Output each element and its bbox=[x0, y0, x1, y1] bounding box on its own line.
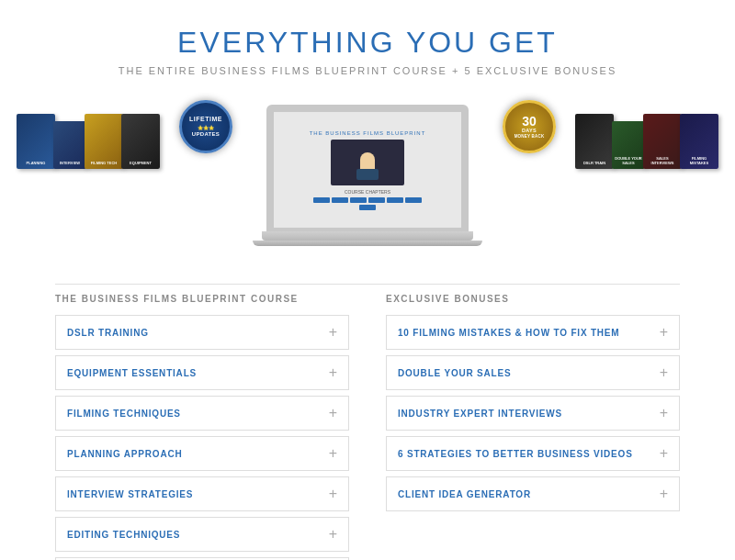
screen-video bbox=[331, 140, 404, 185]
book-cover-equipment: EQUIPMENT bbox=[121, 114, 160, 169]
laptop-screen: THE BUSINESS FILMS BLUEPRINT COURSE CHAP… bbox=[266, 105, 469, 231]
accordion-item-filming[interactable]: FILMING TECHNIQUES + bbox=[55, 396, 349, 431]
book-cover-interview: INTERVIEW bbox=[53, 121, 86, 169]
accordion-label-expert-interviews: INDUSTRY EXPERT INTERVIEWS bbox=[398, 409, 562, 419]
accordion-item-equipment[interactable]: EQUIPMENT ESSENTIALS + bbox=[55, 355, 349, 390]
page-wrapper: EVERYTHING YOU GET THE ENTIRE BUSINESS F… bbox=[0, 0, 735, 560]
accordion-label-strategies: 6 STRATEGIES TO BETTER BUSINESS VIDEOS bbox=[398, 449, 633, 459]
accordion-item-mistakes[interactable]: 10 FILMING MISTAKES & HOW TO FIX THEM + bbox=[386, 315, 680, 350]
lifetime-badge: LIFETIME ⭐⭐⭐ UPDATES bbox=[179, 100, 232, 153]
laptop-base bbox=[262, 231, 473, 241]
guarantee-badge: 30 DAYS MONEY BACK bbox=[503, 100, 556, 153]
right-column-title: EXCLUSIVE BONUSES bbox=[386, 294, 680, 304]
accordion-item-strategies[interactable]: 6 STRATEGIES TO BETTER BUSINESS VIDEOS + bbox=[386, 436, 680, 471]
left-column: THE BUSINESS FILMS BLUEPRINT COURSE DSLR… bbox=[55, 294, 368, 560]
laptop-mockup: THE BUSINESS FILMS BLUEPRINT COURSE CHAP… bbox=[248, 105, 487, 261]
accordion-expand-icon-strategies: + bbox=[660, 446, 668, 461]
accordion-expand-icon-expert-interviews: + bbox=[660, 406, 668, 420]
accordion-item-interview[interactable]: INTERVIEW STRATEGIES + bbox=[55, 476, 349, 511]
accordion-label-planning: PLANNING APPROACH bbox=[67, 449, 182, 459]
book-cover-filming: FILMING TECH bbox=[85, 114, 123, 169]
accordion-label-equipment: EQUIPMENT ESSENTIALS bbox=[67, 368, 197, 378]
left-column-title: THE BUSINESS FILMS BLUEPRINT COURSE bbox=[55, 294, 349, 304]
accordion-item-client-generator[interactable]: CLIENT IDEA GENERATOR + bbox=[386, 476, 680, 511]
accordion-item-expert-interviews[interactable]: INDUSTRY EXPERT INTERVIEWS + bbox=[386, 396, 680, 431]
book-cover-dslr: DSLR TRAIN bbox=[575, 114, 614, 169]
page-title: EVERYTHING YOU GET bbox=[18, 26, 717, 60]
accordion-label-double-sales: DOUBLE YOUR SALES bbox=[398, 368, 511, 378]
accordion-label-filming: FILMING TECHNIQUES bbox=[67, 409, 181, 419]
accordion-item-double-sales[interactable]: DOUBLE YOUR SALES + bbox=[386, 355, 680, 390]
accordion-label-interview: INTERVIEW STRATEGIES bbox=[67, 489, 193, 499]
accordion-expand-icon-interview: + bbox=[329, 487, 337, 501]
accordion-item-dslr[interactable]: DSLR TRAINING + bbox=[55, 315, 349, 350]
accordion-label-dslr: DSLR TRAINING bbox=[67, 328, 149, 338]
laptop-bottom bbox=[253, 241, 482, 246]
book-cover-interviews: SALES INTERVIEWS bbox=[643, 114, 682, 169]
header-section: EVERYTHING YOU GET THE ENTIRE BUSINESS F… bbox=[0, 0, 735, 91]
accordion-item-editing[interactable]: EDITING TECHNIQUES + bbox=[55, 517, 349, 552]
accordion-expand-icon-mistakes: + bbox=[660, 325, 668, 340]
accordion-label-editing: EDITING TECHNIQUES bbox=[67, 530, 180, 540]
accordion-expand-icon-editing: + bbox=[329, 527, 337, 542]
accordion-expand-icon-planning: + bbox=[329, 446, 337, 461]
section-divider bbox=[55, 284, 680, 285]
accordion-expand-icon-client-generator: + bbox=[660, 487, 668, 501]
accordion-item-planning[interactable]: PLANNING APPROACH + bbox=[55, 436, 349, 471]
accordion-expand-icon-dslr: + bbox=[329, 325, 337, 340]
book-cover-planning: PLANNING bbox=[17, 114, 55, 169]
accordion-label-client-generator: CLIENT IDEA GENERATOR bbox=[398, 489, 531, 499]
accordion-expand-icon-filming: + bbox=[329, 406, 337, 420]
book-cover-sales: DOUBLE YOUR SALES bbox=[612, 121, 645, 169]
accordion-expand-icon-equipment: + bbox=[329, 365, 337, 380]
book-cover-mistakes: FILMING MISTAKES bbox=[680, 114, 718, 169]
right-column: EXCLUSIVE BONUSES 10 FILMING MISTAKES & … bbox=[368, 294, 680, 560]
page-subtitle: THE ENTIRE BUSINESS FILMS BLUEPRINT COUR… bbox=[18, 65, 717, 76]
accordion-label-mistakes: 10 FILMING MISTAKES & HOW TO FIX THEM bbox=[398, 328, 619, 338]
hero-area: PLANNING INTERVIEW FILMING TECH EQUIPMEN… bbox=[0, 91, 735, 274]
accordion-expand-icon-double-sales: + bbox=[660, 365, 668, 380]
content-columns: THE BUSINESS FILMS BLUEPRINT COURSE DSLR… bbox=[0, 294, 735, 560]
